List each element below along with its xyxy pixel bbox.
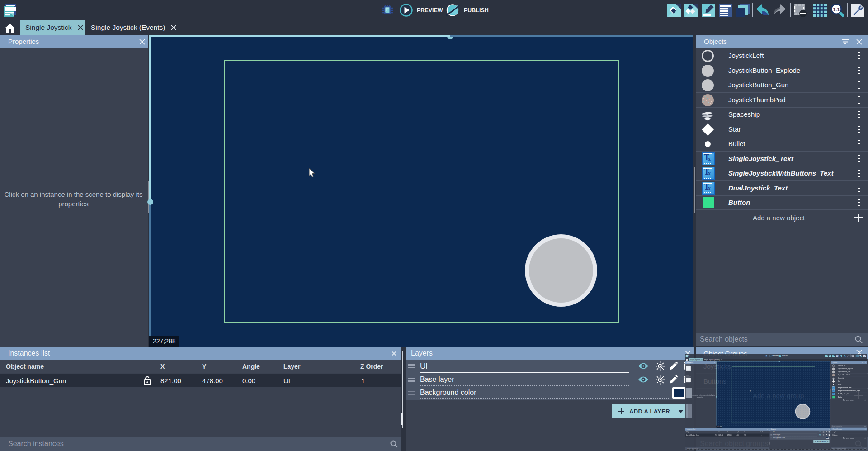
svg-text:1:1: 1:1 — [833, 7, 840, 12]
